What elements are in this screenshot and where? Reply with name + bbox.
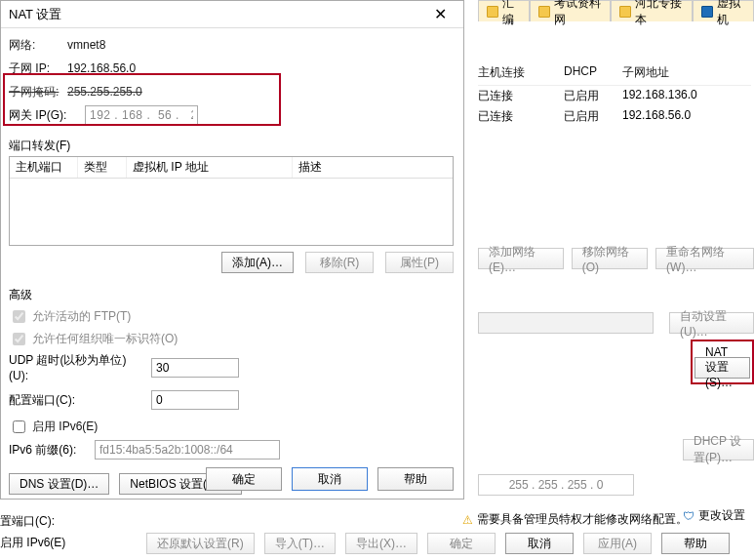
allow-ftp-checkbox[interactable]: 允许活动的 FTP(T) (9, 307, 454, 326)
bg-apply-button: 应用(A) (583, 533, 652, 554)
tab-examsite[interactable]: 考试资料网 (530, 0, 611, 21)
add-button[interactable]: 添加(A)… (221, 252, 294, 273)
cell-subnet: 192.168.56.0 (622, 108, 739, 125)
network-label: 网络: (9, 37, 67, 54)
config-port-input[interactable] (151, 390, 239, 410)
table-row[interactable]: 已连接 已启用 192.168.136.0 (478, 86, 751, 106)
change-settings-button[interactable]: 🛡 更改设置 (683, 507, 745, 524)
nat-settings-dialog: NAT 设置 ✕ 网络: vmnet8 子网 IP: 192.168.56.0 … (0, 0, 464, 500)
tab-label: 考试资料网 (554, 0, 602, 28)
dialog-title: NAT 设置 (9, 6, 420, 23)
cell-hostconn: 已连接 (478, 88, 564, 104)
import-button: 导入(T)… (264, 533, 336, 554)
cancel-button[interactable]: 取消 (292, 467, 368, 491)
subnet-mask-value: 255.255.255.0 (67, 85, 142, 99)
bg-ok-button: 确定 (427, 533, 496, 554)
allow-ftp-input[interactable] (13, 310, 25, 323)
export-button: 导出(X)… (345, 533, 417, 554)
nat-settings-button[interactable]: NAT 设置(S)… (694, 357, 750, 379)
tab-label: 虚拟机 (717, 0, 745, 28)
enable-ipv6-label: 启用 IPv6(E) (32, 419, 98, 435)
ipv6-prefix-label: IPv6 前缀(6): (9, 442, 89, 459)
col-dhcp: DHCP (564, 64, 622, 81)
subnet-ip-value: 192.168.56.0 (67, 61, 136, 75)
allow-oui-label: 允许任何组织唯一标识符(O) (32, 331, 178, 347)
remove-network-button: 移除网络(O) (572, 248, 648, 269)
col-vm-ip: 虚拟机 IP 地址 (127, 157, 293, 178)
nat-settings-highlight: NAT 设置(S)… (691, 340, 754, 384)
cell-subnet: 192.168.136.0 (622, 88, 739, 104)
help-button[interactable]: 帮助 (377, 467, 454, 491)
rename-network-button: 重命名网络(W)… (655, 248, 754, 269)
col-desc: 描述 (293, 157, 453, 178)
network-value: vmnet8 (67, 38, 105, 52)
remove-button: 移除(R) (305, 252, 374, 273)
dns-settings-button[interactable]: DNS 设置(D)… (9, 473, 109, 495)
col-hostconn: 主机连接 (478, 64, 564, 81)
tab-vm[interactable]: 虚拟机 (693, 0, 754, 21)
subnet-mask-field: 255 . 255 . 255 . 0 (478, 474, 634, 496)
folder-icon (619, 6, 631, 18)
config-port-label: 配置端口(C): (9, 392, 145, 409)
udp-timeout-label: UDP 超时(以秒为单位)(U): (9, 352, 145, 382)
add-network-button: 添加网络(E)… (478, 248, 564, 269)
auto-settings-button: 自动设置(U)… (669, 312, 754, 334)
subnet-ip-label: 子网 IP: (9, 60, 67, 77)
close-icon[interactable]: ✕ (420, 5, 459, 23)
restore-defaults-button: 还原默认设置(R) (146, 533, 255, 554)
udp-timeout-input[interactable] (151, 358, 239, 378)
allow-oui-input[interactable] (13, 333, 25, 345)
gateway-ip-label: 网关 IP(G): (9, 107, 85, 124)
col-host-port: 主机端口 (10, 157, 78, 178)
tab-compilation[interactable]: 汇编 (478, 0, 530, 21)
dhcp-settings-button: DHCP 设置(P)… (683, 439, 754, 460)
warning-icon: ⚠ (462, 513, 473, 527)
shield-icon: 🛡 (683, 509, 694, 523)
allow-oui-checkbox[interactable]: 允许任何组织唯一标识符(O) (9, 330, 454, 348)
vnet-table: 主机连接 DHCP 子网地址 已连接 已启用 192.168.136.0 已连接… (478, 64, 751, 127)
enable-ipv6-checkbox[interactable]: 启用 IPv6(E) (9, 418, 454, 436)
folder-icon (538, 6, 550, 18)
folder-icon (487, 6, 498, 18)
ipv6-prefix-input[interactable] (95, 440, 280, 460)
advanced-header: 高级 (9, 287, 454, 303)
cell-dhcp: 已启用 (564, 108, 622, 125)
admin-notice: ⚠ 需要具备管理员特权才能修改网络配置。 (462, 511, 688, 528)
tab-label: 河北专接本 (635, 0, 683, 28)
col-type: 类型 (78, 157, 127, 178)
tab-hebei[interactable]: 河北专接本 (611, 0, 692, 21)
vmware-icon (701, 6, 713, 18)
bg-cfg-port-label: 置端口(C): (0, 511, 65, 531)
bg-enable-ipv6-label: 启用 IPv6(E) (0, 533, 65, 552)
enable-ipv6-input[interactable] (13, 420, 25, 433)
change-settings-label: 更改设置 (698, 507, 745, 524)
port-forward-table[interactable]: 主机端口 类型 虚拟机 IP 地址 描述 (9, 156, 454, 246)
cell-hostconn: 已连接 (478, 108, 564, 125)
bg-cancel-button[interactable]: 取消 (505, 533, 574, 554)
bg-help-button[interactable]: 帮助 (661, 533, 730, 554)
gateway-ip-input[interactable] (85, 105, 198, 125)
properties-button: 属性(P) (385, 252, 454, 273)
notice-text: 需要具备管理员特权才能修改网络配置。 (477, 511, 688, 528)
subnet-mask-label: 子网掩码: (9, 84, 67, 100)
tab-label: 汇编 (502, 0, 521, 28)
col-subnet: 子网地址 (622, 64, 739, 81)
port-forward-header: 端口转发(F) (9, 138, 454, 154)
cell-dhcp: 已启用 (564, 88, 622, 104)
bridged-adapter-select (478, 312, 654, 334)
allow-ftp-label: 允许活动的 FTP(T) (32, 308, 131, 325)
ok-button[interactable]: 确定 (206, 467, 282, 491)
table-row[interactable]: 已连接 已启用 192.168.56.0 (478, 106, 751, 127)
